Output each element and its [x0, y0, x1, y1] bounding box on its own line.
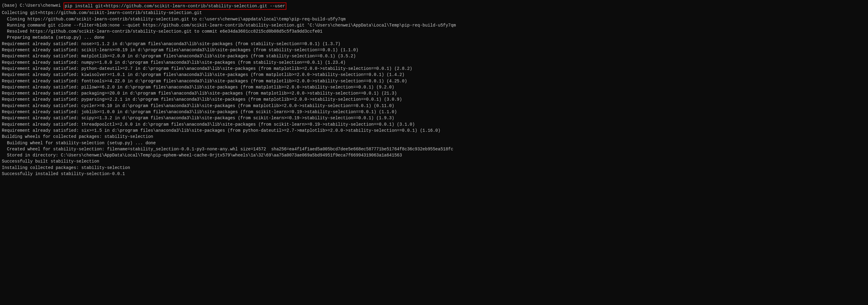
terminal-line: Stored in directory: C:\Users\chenwei\Ap… [2, 152, 866, 158]
terminal-line: Requirement already satisfied: fonttools… [2, 78, 866, 84]
terminal-line: Requirement already satisfied: six>=1.5 … [2, 128, 866, 134]
prompt-prefix: (base) C:\Users\chenwei [2, 2, 61, 8]
terminal-line: Successfully built stability-selection [2, 158, 866, 164]
terminal-line: Requirement already satisfied: joblib>=1… [2, 109, 866, 115]
terminal-line: Requirement already satisfied: packaging… [2, 90, 866, 96]
terminal-line: Requirement already satisfied: scikit-le… [2, 47, 866, 53]
terminal-line: Collecting git+https://github.com/scikit… [2, 10, 866, 16]
terminal-line: Building wheel for stability-selection (… [2, 140, 866, 146]
terminal-line: Requirement already satisfied: nose>=1.1… [2, 41, 866, 47]
terminal-line: Requirement already satisfied: cycler>=0… [2, 103, 866, 109]
command-input: pip install git+https://github.com/sciki… [63, 2, 287, 10]
terminal-line: Requirement already satisfied: scipy>=1.… [2, 115, 866, 121]
terminal-line: Running command git clone --filter=blob:… [2, 22, 866, 28]
terminal-line: Successfully installed stability-selecti… [2, 171, 866, 177]
terminal-line: Requirement already satisfied: kiwisolve… [2, 72, 866, 78]
terminal-line: Requirement already satisfied: matplotli… [2, 53, 866, 59]
terminal-line: Requirement already satisfied: threadpoo… [2, 122, 866, 128]
terminal-output: Collecting git+https://github.com/scikit… [2, 10, 866, 177]
terminal-line: Requirement already satisfied: python-da… [2, 66, 866, 72]
terminal-line: Requirement already satisfied: numpy>=1.… [2, 60, 866, 66]
terminal-line: Requirement already satisfied: pillow>=6… [2, 84, 866, 90]
terminal-line: Resolved https://github.com/scikit-learn… [2, 28, 866, 34]
terminal-line: Installing collected packages: stability… [2, 165, 866, 171]
terminal-line: Preparing metadata (setup.py) ... done [2, 34, 866, 40]
terminal-line: Cloning https://github.com/scikit-learn-… [2, 16, 866, 22]
terminal-line: Created wheel for stability-selection: f… [2, 146, 866, 152]
prompt-separator [61, 2, 63, 8]
terminal-line: Requirement already satisfied: pyparsing… [2, 96, 866, 102]
terminal-window: (base) C:\Users\chenwei pip install git+… [2, 2, 866, 177]
terminal-line: Building wheels for collected packages: … [2, 134, 866, 140]
prompt-line: (base) C:\Users\chenwei pip install git+… [2, 2, 866, 10]
